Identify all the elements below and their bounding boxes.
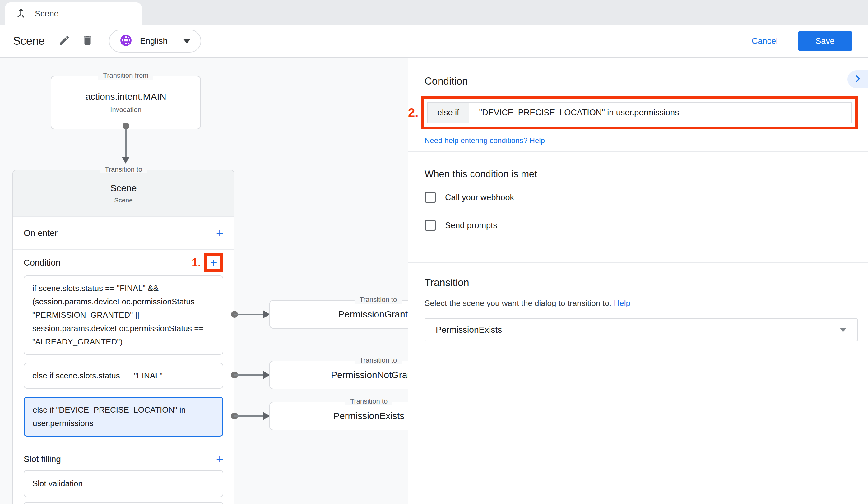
chevron-down-icon [183,39,190,43]
target-node-permission-exists[interactable]: Transition to PermissionExists [269,402,408,430]
scene-node-header[interactable]: Scene Scene [13,170,234,217]
target-legend: Transition to [345,397,392,406]
scene-node-subtitle: Scene [114,197,133,204]
connector-line [235,416,263,417]
annotation-highlight-box: else if "DEVICE_PRECISE_LOCATION" in use… [421,96,858,129]
scene-node-title: Scene [110,183,136,193]
target-name: PermissionExists [333,411,404,421]
merge-type-icon [14,7,27,21]
condition-item-2[interactable]: else if scene.slots.status == "FINAL" [24,363,223,389]
call-webhook-label: Call your webhook [445,193,514,202]
annotation-highlight-box: + [204,253,223,272]
else-if-chip: else if [428,103,469,123]
collapse-panel-button[interactable] [847,70,868,88]
condition-item-3-selected[interactable]: else if "DEVICE_PRECISE_LOCATION" in use… [24,397,223,437]
transition-heading: Transition [424,277,469,288]
save-button[interactable]: Save [798,31,852,51]
connector-dot [123,123,130,129]
conditions-help-line: Need help entering conditions? Help [424,136,545,145]
page-title: Scene [13,34,45,48]
actions-console-scene-editor: Scene Scene English [0,0,868,504]
connector-line [235,374,263,376]
webhook-option-row: Call your webhook [425,192,514,203]
divider [408,151,868,152]
arrow-down-head [122,157,130,164]
annotation-step-1: 1. [192,256,201,269]
arrow-right-head [263,371,270,379]
transition-from-node[interactable]: Transition from actions.intent.MAIN Invo… [51,76,201,129]
condition-expression-input[interactable]: "DEVICE_PRECISE_LOCATION" in user.permis… [469,103,851,123]
flow-canvas: Transition from actions.intent.MAIN Invo… [0,58,408,504]
cancel-button[interactable]: Cancel [752,36,778,46]
transition-from-legend: Transition from [98,72,154,80]
tab-label: Scene [35,9,59,19]
divider [408,262,868,263]
condition-detail-panel: Condition 2. else if "DEVICE_PRECISE_LOC… [408,58,868,504]
send-prompts-checkbox[interactable] [425,220,436,231]
annotation-step-2: 2. [408,106,421,120]
connector-line [235,314,263,315]
selected-scene-value: PermissionExists [436,325,502,335]
scene-header: Scene English Cancel Save [0,25,868,58]
scene-legend: Transition to [100,165,147,174]
target-legend: Transition to [354,356,402,364]
language-selector[interactable]: English [109,30,201,53]
globe-icon [120,34,133,48]
transition-help-link[interactable]: Help [614,298,630,308]
intent-type: Invocation [110,106,141,114]
target-node-permission-not-granted[interactable]: Transition to PermissionNotGranted [269,361,408,389]
arrow-right-head [263,412,270,420]
clipped-item [24,502,223,504]
connector-line [125,129,126,157]
condition-input-row: else if "DEVICE_PRECISE_LOCATION" in use… [427,102,851,123]
prompts-option-row: Send prompts [425,220,497,231]
transition-description-text: Select the scene you want the dialog to … [424,298,611,308]
intent-name: actions.intent.MAIN [85,92,166,102]
on-enter-section: On enter + [13,217,234,250]
help-text: Need help entering conditions? [424,136,527,145]
transition-description: Select the scene you want the dialog to … [424,298,630,308]
target-name: PermissionGranted [338,309,408,319]
chevron-right-icon [852,73,863,85]
tab-bar: Scene [0,0,868,25]
condition-item-1[interactable]: if scene.slots.status == "FINAL" && (ses… [24,275,223,355]
target-legend: Transition to [354,296,402,304]
delete-scene-button[interactable] [80,34,94,48]
pencil-icon [59,34,70,48]
dropdown-caret-icon [840,328,847,332]
when-met-heading: When this condition is met [424,169,537,180]
scene-node: Transition to Scene Scene On enter + Con… [12,170,235,504]
arrow-right-head [263,310,270,318]
on-enter-label: On enter [24,228,58,238]
slot-filling-section: Slot filling + [13,448,234,470]
slot-validation-item[interactable]: Slot validation [24,470,223,497]
trash-icon [82,34,93,48]
slot-filling-label: Slot filling [24,454,61,464]
add-on-enter-button[interactable]: + [216,227,223,239]
add-condition-button[interactable]: + [210,256,217,269]
conditions-help-link[interactable]: Help [530,136,545,145]
call-webhook-checkbox[interactable] [425,192,436,203]
tab-scene[interactable]: Scene [5,2,142,25]
send-prompts-label: Send prompts [445,221,497,230]
target-name: PermissionNotGranted [331,370,408,380]
language-label: English [140,36,168,46]
condition-editor-row: 2. else if "DEVICE_PRECISE_LOCATION" in … [408,96,858,129]
condition-section: Condition 1. + [13,250,234,275]
panel-condition-heading: Condition [424,75,468,87]
transition-scene-select[interactable]: PermissionExists [424,318,858,342]
target-node-permission-granted[interactable]: Transition to PermissionGranted [269,300,408,329]
add-slot-button[interactable]: + [216,453,223,465]
edit-scene-button[interactable] [57,34,72,48]
condition-label: Condition [24,258,60,268]
